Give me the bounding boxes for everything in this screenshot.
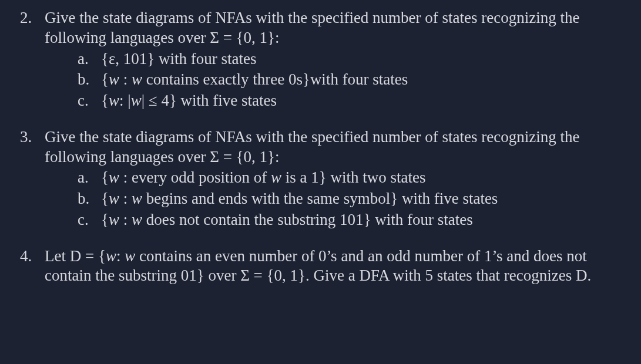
problem-2b-label: b. bbox=[78, 70, 89, 90]
problem-3b: b. {w : w begins and ends with the same … bbox=[78, 189, 629, 209]
q3c-var2: w bbox=[132, 211, 142, 228]
problem-3-alphabet: Σ = {0, 1}: bbox=[210, 148, 279, 166]
problem-3c: c. {w : w does not contain the substring… bbox=[78, 210, 629, 230]
problem-2a-text: {ε, 101} with four states bbox=[101, 50, 256, 68]
problem-3a-text: {w : every odd position of w is a 1} wit… bbox=[101, 168, 425, 186]
q3c-pre: { bbox=[101, 211, 109, 228]
q3a-pre: { bbox=[101, 168, 109, 186]
q3a-mid: : every odd position of bbox=[119, 168, 271, 186]
q4-var: w bbox=[106, 247, 116, 265]
q2c-var: w bbox=[109, 92, 119, 109]
q3a-rest: is a 1} with two states bbox=[281, 168, 425, 186]
q2b-rest: contains exactly three 0s}with four stat… bbox=[142, 70, 408, 88]
problem-3a: a. {w : every odd position of w is a 1} … bbox=[78, 168, 629, 188]
problem-2-intro-text: Give the state diagrams of NFAs with the… bbox=[45, 9, 580, 46]
q4-var2: w bbox=[125, 247, 135, 265]
problem-2c-text: {w: |w| ≤ 4} with five states bbox=[101, 92, 277, 109]
problem-3-sublist: a. {w : every odd position of w is a 1} … bbox=[45, 168, 629, 230]
q3b-mid: : bbox=[119, 190, 132, 207]
problem-2: 2. Give the state diagrams of NFAs with … bbox=[12, 8, 629, 111]
problem-4: 4. Let D = {w: w contains an even number… bbox=[12, 247, 629, 287]
problem-4-text: Let D = {w: w contains an even number of… bbox=[45, 247, 591, 285]
problem-2-number: 2. bbox=[20, 8, 32, 28]
q3a-var: w bbox=[109, 168, 119, 186]
q4-pre: Let D = { bbox=[45, 247, 106, 265]
problem-2b: b. {w : w contains exactly three 0s}with… bbox=[78, 70, 629, 90]
problem-3c-label: c. bbox=[78, 210, 89, 230]
q3a-var2: w bbox=[271, 168, 281, 186]
problem-2c-label: c. bbox=[78, 91, 89, 111]
problem-3c-text: {w : w does not contain the substring 10… bbox=[101, 211, 473, 228]
problem-3: 3. Give the state diagrams of NFAs with … bbox=[12, 127, 629, 230]
q4-mid: : bbox=[116, 247, 125, 265]
q3b-pre: { bbox=[101, 190, 109, 207]
q3c-var: w bbox=[109, 211, 119, 228]
q2c-pre: { bbox=[101, 92, 109, 109]
problem-3-intro-text: Give the state diagrams of NFAs with the… bbox=[45, 128, 580, 166]
problem-2b-text: {w : w contains exactly three 0s}with fo… bbox=[101, 70, 408, 88]
problem-3b-text: {w : w begins and ends with the same sym… bbox=[101, 190, 498, 207]
problem-3-number: 3. bbox=[20, 127, 32, 147]
q3c-mid: : bbox=[119, 211, 132, 228]
problem-2a: a. {ε, 101} with four states bbox=[78, 49, 629, 69]
problem-list: 2. Give the state diagrams of NFAs with … bbox=[12, 8, 629, 286]
problem-4-number: 4. bbox=[20, 247, 32, 267]
q2c-rest: | ≤ 4} with five states bbox=[142, 92, 277, 109]
q3b-var2: w bbox=[132, 190, 142, 207]
problem-2-alphabet: Σ = {0, 1}: bbox=[210, 29, 279, 46]
q3b-var: w bbox=[109, 190, 119, 207]
q2b-pre: { bbox=[101, 70, 109, 88]
problem-set-page: 2. Give the state diagrams of NFAs with … bbox=[0, 0, 641, 314]
problem-2a-label: a. bbox=[78, 49, 89, 69]
q2c-var2: w bbox=[131, 92, 142, 109]
q3c-rest: does not contain the substring 101} with… bbox=[142, 211, 473, 228]
q3b-rest: begins and ends with the same symbol} wi… bbox=[142, 190, 498, 207]
q2b-var: w bbox=[109, 70, 119, 88]
problem-3a-label: a. bbox=[78, 168, 89, 188]
q2b-mid: : bbox=[119, 70, 132, 88]
q2b-var2: w bbox=[132, 70, 142, 88]
problem-2c: c. {w: |w| ≤ 4} with five states bbox=[78, 91, 629, 111]
q2c-mid: : | bbox=[119, 92, 131, 109]
problem-2-sublist: a. {ε, 101} with four states b. {w : w c… bbox=[45, 49, 629, 111]
problem-3-intro: Give the state diagrams of NFAs with the… bbox=[45, 128, 580, 166]
problem-2-intro: Give the state diagrams of NFAs with the… bbox=[45, 9, 580, 46]
problem-3b-label: b. bbox=[78, 189, 89, 209]
